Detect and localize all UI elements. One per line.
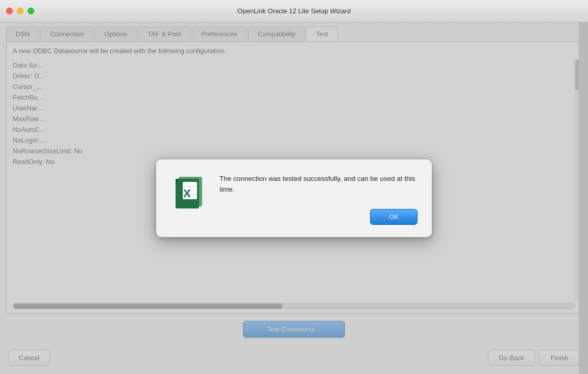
modal-message: The connection was tested successfully, … — [219, 172, 418, 195]
modal-actions: OK — [219, 209, 418, 225]
maximize-button[interactable] — [28, 8, 34, 14]
svg-text:X: X — [183, 187, 191, 200]
title-bar: OpenLink Oracle 12 Lite Setup Wizard — [0, 0, 588, 22]
minimize-button[interactable] — [17, 8, 23, 14]
close-button[interactable] — [6, 8, 13, 14]
window-controls — [6, 8, 34, 14]
main-window: DSN Connection Options TAF & Pool Prefer… — [0, 22, 588, 374]
modal-overlay: X The connection was tested successfully… — [0, 22, 588, 374]
modal-dialog: X The connection was tested successfully… — [156, 159, 432, 237]
excel-icon: X — [168, 172, 209, 213]
modal-content: The connection was tested successfully, … — [219, 172, 418, 225]
window-title: OpenLink Oracle 12 Lite Setup Wizard — [237, 7, 351, 15]
modal-ok-button[interactable]: OK — [370, 209, 418, 225]
